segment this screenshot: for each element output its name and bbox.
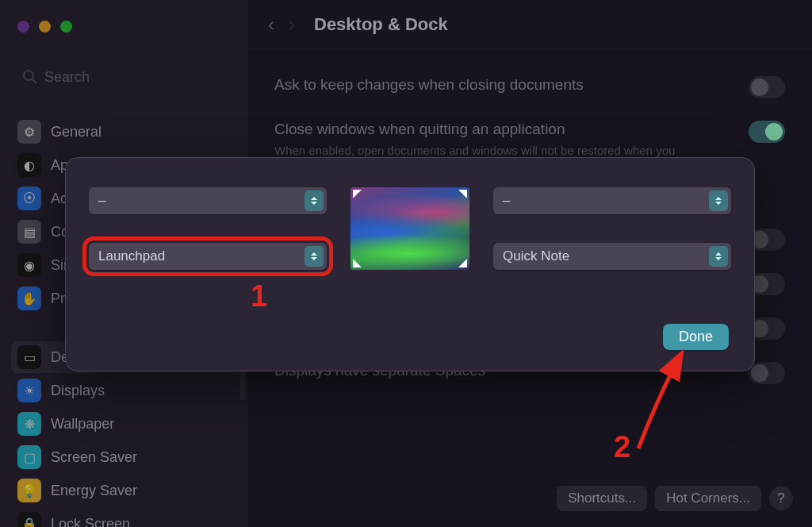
select-value: Launchpad bbox=[98, 248, 165, 264]
corner-indicator-icon bbox=[458, 190, 467, 198]
screen-preview bbox=[350, 187, 469, 270]
select-value: – bbox=[98, 193, 105, 209]
corner-indicator-icon bbox=[458, 259, 467, 267]
select-value: Quick Note bbox=[503, 248, 569, 264]
sidebar-item-icon: ☀ bbox=[17, 379, 41, 402]
chevron-updown-icon bbox=[304, 190, 324, 211]
sidebar-item[interactable]: ▢Screen Saver bbox=[11, 441, 236, 473]
annotation-step-2: 2 bbox=[614, 430, 630, 464]
sidebar-item-icon: ▤ bbox=[17, 220, 41, 244]
hot-corner-bottom-left-select[interactable]: Launchpad bbox=[89, 243, 327, 270]
svg-point-0 bbox=[24, 71, 33, 80]
sidebar-item-icon: 🔒 bbox=[17, 512, 41, 527]
toggle-switch[interactable] bbox=[749, 76, 785, 98]
hot-corner-bottom-right-select[interactable]: Quick Note bbox=[493, 243, 731, 270]
sidebar-item-label: Displays bbox=[51, 383, 105, 399]
sidebar-item[interactable]: 🔒Lock Screen bbox=[11, 508, 236, 527]
hot-corners-button[interactable]: Hot Corners... bbox=[655, 486, 761, 511]
sidebar-item-icon: ◐ bbox=[17, 153, 41, 177]
toggle-switch[interactable] bbox=[749, 121, 785, 143]
back-button[interactable]: ‹ bbox=[268, 13, 274, 36]
corner-indicator-icon bbox=[353, 190, 362, 198]
search-icon bbox=[22, 69, 38, 85]
help-button[interactable]: ? bbox=[769, 487, 793, 510]
minimize-window-button[interactable] bbox=[39, 21, 51, 33]
window-controls bbox=[17, 21, 72, 33]
sidebar-item-icon: ⚙ bbox=[17, 120, 41, 144]
chevron-updown-icon bbox=[304, 246, 324, 267]
sidebar-item-label: Screen Saver bbox=[51, 449, 137, 466]
sidebar-item-label: Lock Screen bbox=[51, 516, 130, 528]
hot-corner-top-right-select[interactable]: – bbox=[493, 187, 731, 214]
sidebar-item-icon: ✋ bbox=[17, 287, 41, 310]
close-window-button[interactable] bbox=[17, 21, 29, 33]
footer-buttons: Shortcuts... Hot Corners... ? bbox=[557, 486, 793, 511]
setting-label: Ask to keep changes when closing documen… bbox=[274, 76, 584, 94]
sidebar-item-label: General bbox=[51, 124, 102, 140]
annotation-step-1: 1 bbox=[251, 279, 267, 314]
sidebar-item-icon: ▭ bbox=[17, 345, 41, 369]
sidebar-item-icon: ⦿ bbox=[17, 187, 41, 210]
svg-line-1 bbox=[33, 79, 36, 83]
search-field[interactable]: Search bbox=[14, 62, 233, 92]
sidebar-item[interactable]: ❋Wallpaper bbox=[11, 408, 236, 440]
page-title: Desktop & Dock bbox=[314, 14, 448, 35]
sidebar-item[interactable]: ☀Displays bbox=[11, 375, 236, 406]
sidebar-item-icon: ◉ bbox=[17, 253, 41, 277]
select-value: – bbox=[503, 193, 510, 209]
toggle-switch[interactable] bbox=[749, 362, 785, 384]
chevron-updown-icon bbox=[709, 246, 728, 267]
setting-row: Ask to keep changes when closing documen… bbox=[271, 65, 788, 110]
sidebar-item[interactable]: 💡Energy Saver bbox=[11, 475, 236, 506]
sidebar-item-icon: 💡 bbox=[17, 479, 41, 502]
sidebar-item-label: Energy Saver bbox=[51, 483, 137, 499]
search-placeholder: Search bbox=[44, 69, 90, 86]
zoom-window-button[interactable] bbox=[60, 21, 72, 33]
setting-subtext: When enabled, open documents and windows… bbox=[274, 143, 675, 159]
chevron-updown-icon bbox=[709, 190, 728, 211]
corner-indicator-icon bbox=[353, 259, 362, 267]
hot-corner-top-left-select[interactable]: – bbox=[89, 187, 327, 214]
header: ‹ › Desktop & Dock bbox=[247, 0, 812, 49]
hot-corners-sheet: – – Launchpad Quick Note Done bbox=[65, 157, 755, 371]
setting-label: Close windows when quitting an applicati… bbox=[274, 121, 675, 138]
done-button[interactable]: Done bbox=[663, 324, 729, 350]
sidebar-item-icon: ❋ bbox=[17, 412, 41, 436]
sidebar-item-icon: ▢ bbox=[17, 445, 41, 469]
forward-button[interactable]: › bbox=[289, 13, 295, 36]
sidebar-item[interactable]: ⚙General bbox=[11, 116, 236, 148]
sidebar-item-label: Wallpaper bbox=[51, 416, 114, 433]
shortcuts-button[interactable]: Shortcuts... bbox=[557, 486, 647, 511]
